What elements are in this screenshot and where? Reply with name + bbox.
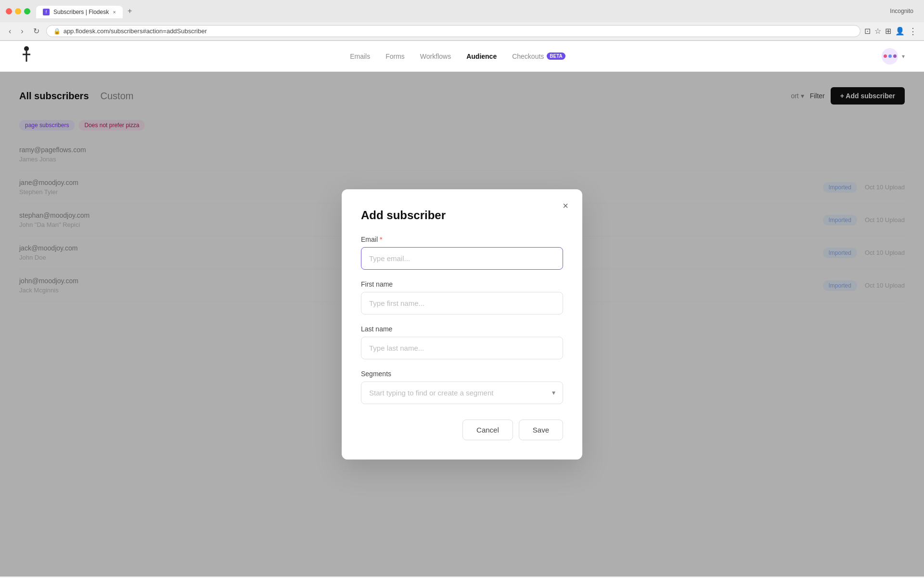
segments-form-group: Segments Start typing to find or create … (361, 370, 563, 404)
modal-actions: Cancel Save (361, 420, 563, 440)
window-controls (6, 8, 30, 14)
active-browser-tab[interactable]: f Subscribers | Flodesk × (36, 6, 123, 18)
save-button[interactable]: Save (519, 420, 563, 440)
avatar-chevron-icon[interactable]: ▾ (902, 53, 905, 60)
cast-icon[interactable]: ⊡ (864, 26, 871, 36)
browser-chrome: f Subscribers | Flodesk × + Incognito ‹ … (0, 0, 924, 41)
profile-icon[interactable]: 👤 (895, 26, 905, 36)
window-maximize-button[interactable] (24, 8, 30, 14)
back-button[interactable]: ‹ (6, 26, 14, 37)
tab-title: Subscribers | Flodesk (53, 9, 109, 15)
browser-title-bar: f Subscribers | Flodesk × + Incognito (0, 0, 924, 22)
modal-overlay[interactable]: × Add subscriber Email * First name (0, 72, 924, 577)
nav-checkouts-wrapper: Checkouts BETA (512, 53, 565, 60)
first-name-label: First name (361, 280, 563, 288)
email-label: Email * (361, 236, 563, 243)
app-container: Emails Forms Workflows Audience Checkout… (0, 41, 924, 577)
email-input[interactable] (361, 247, 563, 270)
close-icon: × (563, 200, 568, 211)
first-name-input[interactable] (361, 292, 563, 315)
avatar-dot-blue (888, 54, 892, 58)
svg-point-0 (24, 46, 29, 51)
required-marker: * (380, 236, 382, 243)
first-name-form-group: First name (361, 280, 563, 315)
browser-toolbar-icons: ⊡ ☆ ⊞ 👤 ⋮ (864, 26, 918, 37)
nav-workflows[interactable]: Workflows (420, 53, 451, 60)
modal-close-button[interactable]: × (558, 199, 573, 213)
app-nav: Emails Forms Workflows Audience Checkout… (350, 53, 565, 60)
extensions-icon[interactable]: ⊞ (885, 26, 891, 36)
nav-audience[interactable]: Audience (466, 53, 497, 60)
segments-label: Segments (361, 370, 563, 378)
nav-forms[interactable]: Forms (385, 53, 405, 60)
bookmark-icon[interactable]: ☆ (874, 26, 881, 36)
segments-select-wrapper: Start typing to find or create a segment… (361, 381, 563, 404)
nav-emails[interactable]: Emails (350, 53, 370, 60)
beta-badge: BETA (547, 53, 565, 60)
last-name-label: Last name (361, 325, 563, 333)
header-right: ▾ (882, 48, 905, 65)
menu-icon[interactable]: ⋮ (909, 26, 918, 37)
browser-nav-right: Incognito (890, 8, 918, 14)
forward-button[interactable]: › (18, 26, 26, 37)
incognito-label: Incognito (890, 8, 913, 14)
tab-favicon: f (43, 9, 50, 15)
main-content: All subscribers Custom ort ▾ Filter + Ad… (0, 72, 924, 577)
address-bar[interactable]: 🔒 app.flodesk.com/subscribers#action=add… (46, 25, 860, 37)
cancel-button[interactable]: Cancel (462, 420, 513, 440)
avatar[interactable] (882, 48, 898, 65)
window-minimize-button[interactable] (15, 8, 21, 14)
app-logo[interactable] (19, 45, 34, 68)
last-name-form-group: Last name (361, 325, 563, 359)
avatar-dot-purple (893, 54, 897, 58)
new-tab-button[interactable]: + (123, 4, 137, 18)
browser-navigation-bar: ‹ › ↻ 🔒 app.flodesk.com/subscribers#acti… (0, 22, 924, 40)
avatar-dots (884, 54, 897, 58)
add-subscriber-modal: × Add subscriber Email * First name (342, 189, 582, 460)
reload-button[interactable]: ↻ (30, 26, 42, 37)
browser-tabs: f Subscribers | Flodesk × + (36, 4, 884, 18)
modal-title: Add subscriber (361, 209, 563, 222)
segments-select[interactable]: Start typing to find or create a segment (361, 381, 563, 404)
nav-checkouts[interactable]: Checkouts (512, 53, 544, 60)
avatar-dot-pink (884, 54, 887, 58)
tab-close-icon[interactable]: × (113, 9, 116, 15)
email-form-group: Email * (361, 236, 563, 270)
window-close-button[interactable] (6, 8, 12, 14)
app-header: Emails Forms Workflows Audience Checkout… (0, 41, 924, 72)
url-display: app.flodesk.com/subscribers#action=addSu… (64, 27, 207, 35)
last-name-input[interactable] (361, 337, 563, 359)
